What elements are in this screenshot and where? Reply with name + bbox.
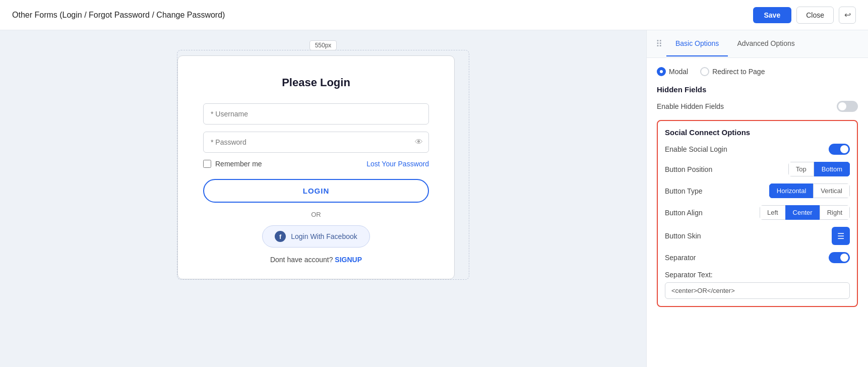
hidden-fields-title: Hidden Fields — [657, 85, 858, 94]
form-title: Please Login — [282, 76, 350, 89]
type-vertical-option[interactable]: Vertical — [813, 184, 850, 198]
enable-social-login-row: Enable Social Login — [665, 144, 850, 155]
topbar: Other Forms (Login / Forgot Password / C… — [0, 0, 868, 30]
undo-button[interactable]: ↩ — [839, 7, 856, 24]
align-center-option[interactable]: Center — [785, 205, 820, 220]
button-position-group: Top Bottom — [788, 162, 850, 176]
modal-label: Modal — [669, 68, 688, 76]
facebook-label: Login With Facebook — [291, 232, 357, 240]
separator-text-section: Separator Text: — [665, 270, 850, 299]
remember-text: Remember me — [215, 160, 262, 168]
drag-icon: ⠿ — [652, 30, 666, 57]
tab-basic-options[interactable]: Basic Options — [666, 31, 728, 56]
button-position-row: Button Position Top Bottom — [665, 162, 850, 176]
eye-icon[interactable]: 👁 — [415, 138, 423, 147]
modal-radio[interactable]: Modal — [657, 67, 688, 76]
right-panel: ⠿ Basic Options Advanced Options Modal R… — [646, 30, 868, 367]
form-wrapper: 550px Please Login 👁 Remem — [10, 40, 636, 280]
button-position-label: Button Position — [665, 165, 712, 173]
redirect-radio-circle — [700, 67, 709, 76]
signup-row: Dont have account? SIGNUP — [270, 256, 362, 264]
button-skin-icon: ☰ — [837, 231, 844, 241]
signup-link[interactable]: SIGNUP — [335, 256, 362, 264]
canvas-area: 550px Please Login 👁 Remem — [0, 30, 646, 367]
password-wrapper: 👁 — [203, 132, 429, 153]
social-connect-title: Social Connect Options — [665, 128, 850, 137]
login-button[interactable]: LOGIN — [203, 179, 429, 203]
align-right-option[interactable]: Right — [820, 205, 850, 220]
facebook-icon: f — [275, 231, 286, 242]
facebook-login-button[interactable]: f Login With Facebook — [262, 225, 370, 248]
enable-social-login-label: Enable Social Login — [665, 145, 727, 153]
separator-text-label: Separator Text: — [665, 271, 713, 279]
remember-row: Remember me Lost Your Password — [203, 160, 429, 168]
separator-label: Separator — [665, 254, 696, 262]
enable-hidden-fields-row: Enable Hidden Fields — [657, 101, 858, 112]
save-button[interactable]: Save — [753, 7, 792, 23]
login-form: Please Login 👁 Remember me Lost Your P — [177, 55, 455, 279]
topbar-actions: Save Close ↩ — [753, 7, 856, 24]
separator-row: Separator — [665, 252, 850, 263]
button-align-label: Button Align — [665, 209, 703, 217]
button-type-row: Button Type Horizontal Vertical — [665, 184, 850, 198]
button-type-group: Horizontal Vertical — [769, 184, 850, 198]
position-top-option[interactable]: Top — [788, 162, 814, 176]
redirect-radio[interactable]: Redirect to Page — [700, 67, 765, 76]
position-bottom-option[interactable]: Bottom — [814, 162, 850, 176]
align-left-option[interactable]: Left — [760, 205, 785, 220]
type-horizontal-option[interactable]: Horizontal — [769, 184, 814, 198]
button-align-row: Button Align Left Center Right — [665, 205, 850, 220]
panel-tabs: ⠿ Basic Options Advanced Options — [647, 30, 868, 58]
password-input[interactable] — [203, 132, 429, 153]
or-separator: OR — [311, 211, 321, 218]
modal-redirect-row: Modal Redirect to Page — [657, 67, 858, 76]
panel-body: Modal Redirect to Page Hidden Fields Ena… — [647, 58, 868, 367]
button-type-label: Button Type — [665, 187, 702, 195]
button-align-group: Left Center Right — [760, 205, 850, 220]
width-label: 550px — [315, 42, 332, 49]
redirect-label: Redirect to Page — [712, 68, 765, 76]
close-button[interactable]: Close — [796, 7, 834, 24]
enable-hidden-fields-label: Enable Hidden Fields — [657, 102, 724, 110]
separator-toggle[interactable] — [829, 252, 850, 263]
social-connect-section: Social Connect Options Enable Social Log… — [657, 120, 858, 307]
enable-social-login-toggle[interactable] — [829, 144, 850, 155]
signup-static-text: Dont have account? — [270, 256, 333, 264]
button-skin-label: Button Skin — [665, 232, 701, 240]
remember-label[interactable]: Remember me — [203, 160, 262, 168]
modal-radio-circle — [657, 67, 666, 76]
separator-text-input[interactable] — [665, 282, 850, 299]
hidden-fields-section: Hidden Fields Enable Hidden Fields — [657, 85, 858, 112]
tab-advanced-options[interactable]: Advanced Options — [728, 31, 803, 56]
lost-password-link[interactable]: Lost Your Password — [366, 160, 429, 168]
remember-checkbox[interactable] — [203, 160, 211, 168]
username-input[interactable] — [203, 103, 429, 125]
button-skin-button[interactable]: ☰ — [832, 227, 850, 245]
undo-icon: ↩ — [844, 10, 851, 20]
button-skin-row: Button Skin ☰ — [665, 227, 850, 245]
enable-hidden-fields-toggle[interactable] — [837, 101, 858, 112]
main-layout: 550px Please Login 👁 Remem — [0, 30, 868, 367]
page-title: Other Forms (Login / Forgot Password / C… — [12, 11, 225, 20]
